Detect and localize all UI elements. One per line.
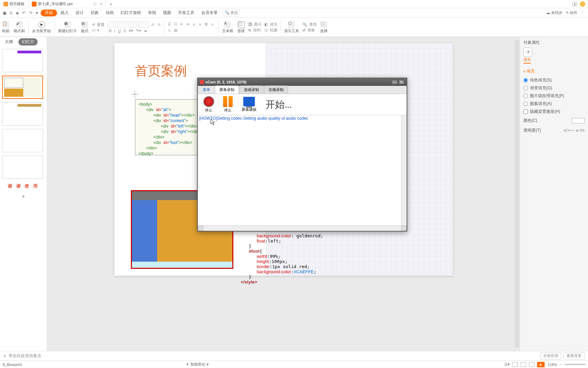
ocam-stop-button[interactable]: 停止 <box>203 96 214 113</box>
ocam-pause-button[interactable]: 停止 <box>223 96 233 113</box>
save-icon[interactable]: ▣ <box>3 11 6 15</box>
highlight-button[interactable]: ✎▾ <box>136 28 141 33</box>
search-box[interactable]: 🔍 查找 <box>222 9 240 16</box>
layout-button[interactable]: ▤版式 <box>79 21 91 34</box>
menu-animation[interactable]: 动画 <box>102 8 117 17</box>
pattern-fill-radio[interactable]: 图案填充(A) <box>523 100 585 108</box>
ocam-capture-button[interactable]: 屏幕捕获 <box>242 97 257 112</box>
font-family-select[interactable] <box>109 22 136 28</box>
slide-thumb-4[interactable] <box>2 129 43 152</box>
print-icon[interactable]: ⎙ <box>10 11 12 15</box>
add-slide-button[interactable]: + <box>0 191 47 202</box>
image-button[interactable]: 🖼图片 <box>248 22 262 27</box>
opacity-slider[interactable]: ⊖⊕ 0% <box>563 129 585 132</box>
format-painter-button[interactable]: 🖌格式刷 <box>12 21 27 34</box>
new-tab-button[interactable]: + <box>106 1 115 7</box>
slide-thumb-3[interactable] <box>2 102 43 126</box>
tab-close-icon[interactable]: × <box>100 2 102 6</box>
fill-tool-icon[interactable]: ◔ <box>523 48 532 56</box>
replace-button[interactable]: ⇄替换 <box>302 28 317 33</box>
sync-status[interactable]: ☁ 未同步 <box>546 10 562 15</box>
align-left-button[interactable]: ≡ <box>198 22 203 27</box>
zoom-slider[interactable] <box>565 364 585 365</box>
slide-thumb-2[interactable] <box>2 76 43 99</box>
scroll-left-button[interactable] <box>198 226 203 231</box>
ocam-close-button[interactable]: ✕ <box>398 80 405 84</box>
user-icon[interactable] <box>580 1 585 7</box>
canvas-scrollbar[interactable] <box>515 40 519 347</box>
clear-format-button[interactable]: ⩩ <box>144 29 148 33</box>
color-picker[interactable] <box>572 118 585 123</box>
notes-placeholder[interactable]: 单击此处添加备注 <box>9 353 41 359</box>
find-button[interactable]: 🔍查找 <box>302 22 317 27</box>
numbering-button[interactable]: ☷ <box>173 22 178 27</box>
menu-slideshow[interactable]: 幻灯片放映 <box>117 8 145 17</box>
ocam-log-line[interactable]: [HOWTO]Setting codec-Setting audio quali… <box>199 116 308 121</box>
play-from-current-button[interactable]: ▶从当前开始 <box>30 21 53 34</box>
textbox-button[interactable]: A文本框 <box>220 21 235 34</box>
solid-fill-radio[interactable]: 纯色填充(S) <box>523 76 585 84</box>
font-size-select[interactable] <box>138 22 149 28</box>
zoom-value[interactable]: 116% <box>547 363 557 367</box>
slide-title[interactable]: 首页案例 <box>135 62 187 80</box>
ocam-menu-link[interactable]: 菜单 <box>199 86 214 94</box>
menu-insert[interactable]: 插入 <box>57 8 72 17</box>
fill-section-header[interactable]: 填充 <box>523 68 585 74</box>
fill-tab-label[interactable]: 填充 <box>523 57 531 64</box>
slides-tab[interactable]: 幻灯片 <box>18 38 38 45</box>
font-color-button[interactable]: A▾ <box>129 28 133 33</box>
outline-button[interactable]: ◫轮廓 <box>264 28 277 33</box>
decrease-font-icon[interactable]: A⁻ <box>158 23 162 27</box>
indent-dec-button[interactable]: ⇤ <box>179 22 184 27</box>
justify-button[interactable]: ≡ <box>167 28 172 33</box>
paste-button[interactable]: 📋粘贴 <box>0 21 12 34</box>
slide-thumb-1[interactable] <box>2 49 43 72</box>
ocam-minimize-button[interactable]: — <box>392 80 398 84</box>
new-slide-button[interactable]: ▦新建幻灯片 <box>56 21 79 34</box>
align-right-button[interactable]: ≡ <box>210 22 215 27</box>
ocam-window[interactable]: oCam (0, 2, 1918, 1078) — ✕ 菜单 屏幕录制 游戏录制… <box>197 78 407 232</box>
increase-font-icon[interactable]: A⁺ <box>151 23 156 27</box>
reading-view-button[interactable] <box>529 362 534 367</box>
demo-tools-button[interactable]: 🖵演示工具 <box>282 21 301 34</box>
beautify-button[interactable]: ✦ 智能美化 ▾ <box>186 362 209 367</box>
arrange-button[interactable]: ⧉排列 <box>248 28 262 33</box>
collab-button[interactable]: ✎ 协作 <box>566 10 577 15</box>
ocam-tab-audio[interactable]: 音频录制 <box>264 86 288 94</box>
zoom-out-button[interactable]: − <box>560 363 562 367</box>
section-button[interactable]: ▭▾ <box>92 28 105 32</box>
gradient-fill-radio[interactable]: 渐变填充(G) <box>523 84 585 92</box>
line-spacing-button[interactable]: ≡ <box>192 22 196 27</box>
menu-start[interactable]: 开始 <box>41 10 57 16</box>
tab-document[interactable]: 第七课_浮动属性.ppt ◫ × <box>28 0 106 8</box>
menu-more-icon[interactable]: ⋮ <box>581 10 585 15</box>
bold-button[interactable]: B <box>109 29 111 33</box>
menu-design[interactable]: 设计 <box>72 8 87 17</box>
indent-inc-button[interactable]: ⇥ <box>186 22 190 27</box>
italic-button[interactable]: I <box>114 29 115 33</box>
scroll-right-button[interactable] <box>401 226 407 231</box>
shape-button[interactable]: ◯形状 <box>235 21 247 34</box>
outline-tab[interactable]: 大纲 <box>1 38 16 45</box>
sorter-view-button[interactable] <box>521 362 526 367</box>
hide-bg-checkbox[interactable]: 隐藏背景图形(H) <box>523 108 585 116</box>
align-center-button[interactable]: ≣ <box>204 22 209 27</box>
preview-icon[interactable]: ◈ <box>16 11 19 15</box>
more-icon[interactable]: ▾ <box>36 11 38 15</box>
fill-button[interactable]: ◧填充 <box>264 22 277 27</box>
menu-vip[interactable]: 会员专享 <box>198 8 221 17</box>
slideshow-button[interactable]: ▶ <box>537 362 545 367</box>
notes-icon[interactable]: ≡ <box>3 354 6 358</box>
menu-view[interactable]: 视图 <box>160 8 175 17</box>
normal-view-button[interactable] <box>512 362 518 367</box>
menu-transition[interactable]: 切换 <box>87 8 102 17</box>
reset-bg-button[interactable]: 重置背景 <box>563 352 585 359</box>
tab-pin-icon[interactable]: ◫ <box>93 2 96 6</box>
slide-thumb-5[interactable] <box>2 156 43 179</box>
underline-button[interactable]: U <box>118 29 121 33</box>
apply-all-button[interactable]: 全部应用 <box>540 352 561 359</box>
ocam-titlebar[interactable]: oCam (0, 2, 1918, 1078) — ✕ <box>198 78 407 86</box>
menu-review[interactable]: 审阅 <box>145 8 160 17</box>
ocam-tab-game[interactable]: 游戏录制 <box>240 86 263 94</box>
undo-icon[interactable]: ↶ <box>22 11 26 15</box>
